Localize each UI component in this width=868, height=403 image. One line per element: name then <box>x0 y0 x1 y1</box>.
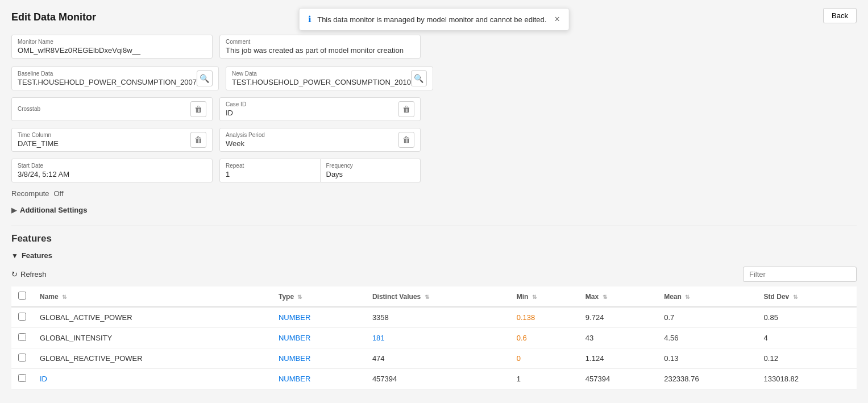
analysis-period-label: Analysis Period <box>226 132 398 138</box>
features-title: Features <box>11 233 857 244</box>
row-min[interactable]: 0 <box>510 348 579 369</box>
repeat-field: Repeat 1 <box>219 159 321 182</box>
row-checkbox-cell <box>11 348 33 369</box>
repeat-label: Repeat <box>226 163 314 169</box>
page-container: Edit Data Monitor ℹ This data monitor is… <box>0 0 868 403</box>
recompute-row: Recompute Off <box>11 189 857 198</box>
frequency-value: Days <box>326 170 415 178</box>
row-mean: 0.13 <box>657 348 757 369</box>
monitor-name-field: Monitor Name OML_wfR8VEz0REGElbDxeVqi8w_… <box>11 35 213 59</box>
row-max: 1.124 <box>579 348 657 369</box>
sort-icon-type: ⇅ <box>297 294 302 300</box>
baseline-data-value: TEST.HOUSEHOLD_POWER_CONSUMPTION_2007 <box>18 78 197 86</box>
row-name: GLOBAL_REACTIVE_POWER <box>33 348 272 369</box>
analysis-period-field: Analysis Period Week 🗑 <box>219 128 421 152</box>
row-stddev: 4 <box>757 328 857 348</box>
chevron-down-icon: ▼ <box>11 252 18 260</box>
time-column-delete-button[interactable]: 🗑 <box>190 132 206 148</box>
sort-icon-stddev: ⇅ <box>793 294 798 300</box>
analysis-period-delete-button[interactable]: 🗑 <box>398 132 414 148</box>
select-all-checkbox[interactable] <box>18 292 26 300</box>
table-row: GLOBAL_REACTIVE_POWER NUMBER 474 0 1.124… <box>11 348 857 369</box>
monitor-name-value: OML_wfR8VEz0REGElbDxeVqi8w__ <box>18 46 206 55</box>
col-max[interactable]: Max ⇅ <box>579 286 657 307</box>
col-stddev[interactable]: Std Dev ⇅ <box>757 286 857 307</box>
toast-close-button[interactable]: × <box>554 14 559 24</box>
case-id-value: ID <box>226 109 398 117</box>
new-data-value: TEST.HOUSEHOLD_POWER_CONSUMPTION_2010 <box>232 78 411 86</box>
recompute-label: Recompute <box>11 189 49 198</box>
filter-input[interactable] <box>743 267 857 282</box>
recompute-value: Off <box>53 189 63 198</box>
crosstab-field: Crosstab 🗑 <box>11 97 213 121</box>
features-subheader[interactable]: ▼ Features <box>11 251 857 260</box>
start-date-value: 3/8/24, 5:12 AM <box>18 170 206 178</box>
crosstab-label: Crosstab <box>18 106 190 112</box>
sort-icon-max: ⇅ <box>603 294 607 300</box>
col-name[interactable]: Name ⇅ <box>33 286 272 307</box>
frequency-field: Frequency Days <box>321 159 421 182</box>
start-date-label: Start Date <box>18 163 206 169</box>
sort-icon-distinct: ⇅ <box>425 294 429 300</box>
additional-settings-label: Additional Settings <box>20 206 87 214</box>
row-name[interactable]: ID <box>33 369 272 389</box>
row-type: NUMBER <box>272 307 366 328</box>
baseline-data-field: Baseline Data TEST.HOUSEHOLD_POWER_CONSU… <box>11 67 219 90</box>
refresh-icon: ↻ <box>11 270 18 279</box>
back-button[interactable]: Back <box>823 8 857 23</box>
toast-message: This data monitor is managed by model mo… <box>317 15 546 24</box>
crosstab-delete-button[interactable]: 🗑 <box>190 101 206 117</box>
row-checkbox-0[interactable] <box>18 313 26 321</box>
row-stddev: 0.12 <box>757 348 857 369</box>
col-min[interactable]: Min ⇅ <box>510 286 579 307</box>
row-checkbox-1[interactable] <box>18 333 26 341</box>
case-id-delete-button[interactable]: 🗑 <box>398 101 414 117</box>
row-min[interactable]: 0.6 <box>510 328 579 348</box>
crosstab-caseid-row: Crosstab 🗑 Case ID ID 🗑 <box>11 97 421 121</box>
repeat-value: 1 <box>226 170 314 178</box>
time-column-value: DATE_TIME <box>18 139 190 148</box>
form-top-row: Monitor Name OML_wfR8VEz0REGElbDxeVqi8w_… <box>11 35 421 59</box>
baseline-data-search-button[interactable]: 🔍 <box>197 70 213 86</box>
sort-icon-name: ⇅ <box>62 294 67 300</box>
row-name: GLOBAL_INTENSITY <box>33 328 272 348</box>
new-data-field: New Data TEST.HOUSEHOLD_POWER_CONSUMPTIO… <box>226 67 433 90</box>
toast-notification: ℹ This data monitor is managed by model … <box>298 8 570 31</box>
row-checkbox-3[interactable] <box>18 374 26 382</box>
row-checkbox-2[interactable] <box>18 354 26 362</box>
refresh-button[interactable]: ↻ Refresh <box>11 270 47 279</box>
row-min: 1 <box>510 369 579 389</box>
row-stddev: 133018.82 <box>757 369 857 389</box>
chevron-right-icon: ▶ <box>11 206 16 214</box>
header-checkbox-cell <box>11 286 33 307</box>
refresh-label: Refresh <box>20 270 47 279</box>
time-column-label: Time Column <box>18 132 190 138</box>
time-column-field: Time Column DATE_TIME 🗑 <box>11 128 213 152</box>
row-max: 9.724 <box>579 307 657 328</box>
features-table: Name ⇅ Type ⇅ Distinct Values ⇅ Min ⇅ Ma… <box>11 286 857 389</box>
row-min[interactable]: 0.138 <box>510 307 579 328</box>
row-distinct[interactable]: 181 <box>366 328 510 348</box>
col-type[interactable]: Type ⇅ <box>272 286 366 307</box>
frequency-label: Frequency <box>326 163 415 169</box>
monitor-name-label: Monitor Name <box>18 39 206 45</box>
comment-value: This job was created as part of model mo… <box>226 46 414 55</box>
repeat-frequency-row: Repeat 1 Frequency Days <box>219 159 421 182</box>
row-distinct: 457394 <box>366 369 510 389</box>
new-data-search-button[interactable]: 🔍 <box>411 70 427 86</box>
col-distinct[interactable]: Distinct Values ⇅ <box>366 286 510 307</box>
row-checkbox-cell <box>11 328 33 348</box>
data-row: Baseline Data TEST.HOUSEHOLD_POWER_CONSU… <box>11 67 421 90</box>
additional-settings-toggle[interactable]: ▶ Additional Settings <box>11 206 857 214</box>
col-mean[interactable]: Mean ⇅ <box>657 286 757 307</box>
row-mean: 232338.76 <box>657 369 757 389</box>
table-toolbar: ↻ Refresh <box>11 267 857 282</box>
table-row: GLOBAL_INTENSITY NUMBER 181 0.6 43 4.56 … <box>11 328 857 348</box>
row-type: NUMBER <box>272 348 366 369</box>
row-type: NUMBER <box>272 328 366 348</box>
start-date-field: Start Date 3/8/24, 5:12 AM <box>11 159 213 182</box>
start-repeat-row: Start Date 3/8/24, 5:12 AM Repeat 1 Freq… <box>11 159 421 182</box>
table-row: ID NUMBER 457394 1 457394 232338.76 1330… <box>11 369 857 389</box>
info-icon: ℹ <box>308 14 312 24</box>
new-data-label: New Data <box>232 70 411 77</box>
